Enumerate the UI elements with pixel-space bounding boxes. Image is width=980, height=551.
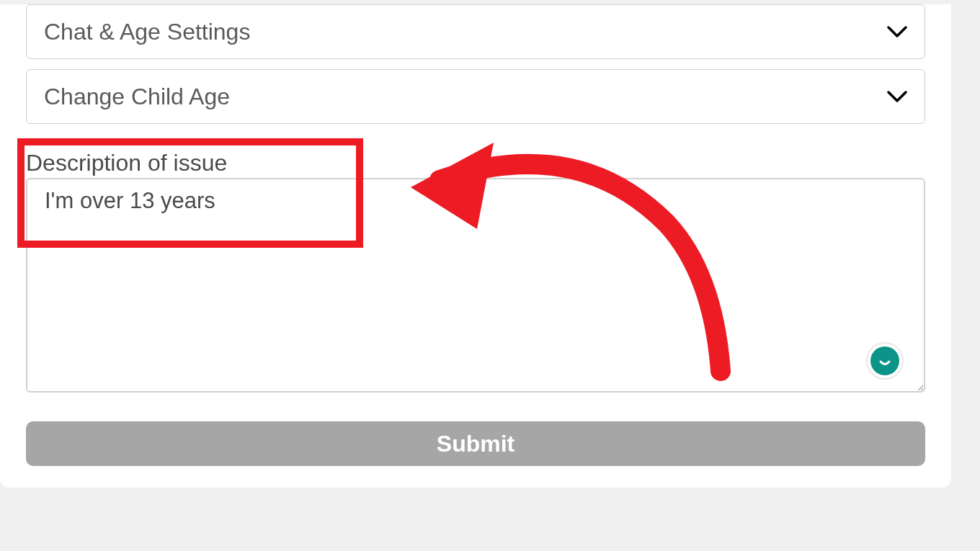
description-label: Description of issue xyxy=(26,150,925,176)
grammarly-badge[interactable] xyxy=(866,342,904,380)
dropdown-label: Chat & Age Settings xyxy=(44,19,250,45)
subcategory-dropdown[interactable]: Change Child Age xyxy=(26,69,925,124)
grammarly-icon xyxy=(870,346,899,375)
category-dropdown[interactable]: Chat & Age Settings xyxy=(26,4,925,59)
chevron-down-icon xyxy=(887,25,907,38)
chevron-down-icon xyxy=(887,90,907,103)
description-textarea[interactable] xyxy=(26,178,925,393)
support-form-container: Chat & Age Settings Change Child Age Des… xyxy=(0,4,951,488)
textarea-wrapper xyxy=(26,178,925,395)
dropdown-label: Change Child Age xyxy=(44,84,230,110)
submit-button[interactable]: Submit xyxy=(26,421,925,466)
